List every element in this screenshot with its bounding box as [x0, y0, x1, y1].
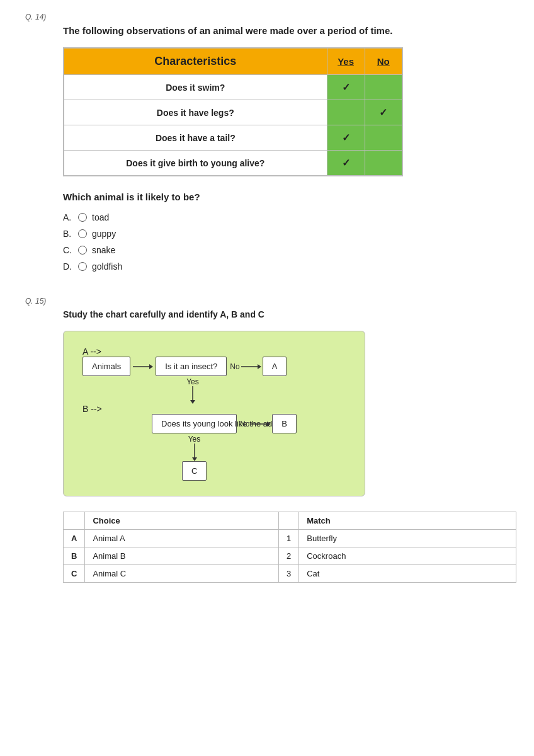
- flow-box-c: C: [182, 461, 207, 481]
- flow-box-young: Does its young look like the adult?: [152, 414, 237, 433]
- flowchart-container: A --> Animals Is it an insect? No A: [63, 331, 365, 496]
- option-label: snake: [92, 245, 115, 255]
- question-15-block: Q. 15) Study the chart carefully and ide…: [25, 297, 509, 583]
- q15-instruction: Study the chart carefully and identify A…: [63, 309, 509, 319]
- char-question-cell: Does it have a tail?: [64, 125, 327, 151]
- option-label: guppy: [92, 229, 116, 239]
- flow-box-a: A: [263, 357, 287, 376]
- yes-label-2: Yes: [188, 435, 201, 444]
- yes-cell: ✓: [327, 125, 365, 151]
- list-item: B.guppy: [63, 229, 509, 239]
- yes-label-1: Yes: [186, 377, 199, 386]
- no-cell: ✓: [365, 100, 402, 125]
- match-value: Cockroach: [299, 547, 516, 565]
- sub-question-text: Which animal is it likely to be?: [63, 192, 509, 202]
- svg-marker-3: [258, 364, 261, 369]
- match-choice: Animal A: [85, 530, 279, 547]
- arrow-right-3: [251, 418, 271, 430]
- option-letter: B.: [63, 229, 78, 239]
- flow-box-b: B: [272, 414, 297, 433]
- col-header-yes: Yes: [327, 48, 365, 75]
- list-item: D.goldfish: [63, 261, 509, 272]
- option-label: toad: [92, 212, 109, 222]
- col-header-no: No: [365, 48, 402, 75]
- flow-box-animals: Animals: [82, 357, 130, 376]
- match-col-empty: [64, 512, 85, 530]
- match-number: 3: [279, 565, 299, 583]
- yes-cell: [327, 100, 365, 125]
- match-col-match: Match: [299, 512, 516, 530]
- match-choice: Animal B: [85, 547, 279, 565]
- table-row: BAnimal B2Cockroach: [64, 547, 516, 565]
- list-item: C.snake: [63, 245, 509, 255]
- no-cell: [365, 151, 402, 176]
- list-item: A.toad: [63, 212, 509, 222]
- match-col-num-empty: [279, 512, 299, 530]
- q14-label: Q. 14): [25, 13, 509, 21]
- svg-marker-1: [149, 364, 153, 369]
- char-question-cell: Does it have legs?: [64, 100, 327, 125]
- match-col-choice: Choice: [85, 512, 279, 530]
- table-row: Does it have legs?✓: [64, 100, 402, 125]
- table-row: CAnimal C3Cat: [64, 565, 516, 583]
- match-value: Cat: [299, 565, 516, 583]
- match-row-letter: B: [64, 547, 85, 565]
- arrow-down-2: [189, 444, 200, 461]
- svg-marker-7: [267, 421, 271, 427]
- characteristics-table: Characteristics Yes No Does it swim?✓Doe…: [63, 47, 403, 176]
- q15-label: Q. 15): [25, 297, 509, 306]
- radio-icon[interactable]: [78, 246, 87, 255]
- options-list: A.toadB.guppyC.snakeD.goldfish: [63, 212, 509, 272]
- no-cell: [365, 125, 402, 151]
- arrow-right-1: [133, 361, 153, 372]
- no-label-2: No: [240, 420, 249, 428]
- table-row: Does it give birth to young alive?✓: [64, 151, 402, 176]
- radio-icon[interactable]: [78, 229, 87, 238]
- svg-marker-5: [190, 400, 195, 404]
- table-row: AAnimal A1Butterfly: [64, 530, 516, 547]
- no-label-1: No: [230, 362, 239, 371]
- match-value: Butterfly: [299, 530, 516, 547]
- table-row: Does it have a tail?✓: [64, 125, 402, 151]
- match-row-letter: A: [64, 530, 85, 547]
- question-14-block: Q. 14) The following observations of an …: [25, 13, 509, 272]
- table-row: Does it swim?✓: [64, 75, 402, 100]
- match-number: 2: [279, 547, 299, 565]
- arrow-right-2: [241, 361, 261, 372]
- yes-cell: ✓: [327, 151, 365, 176]
- match-row-letter: C: [64, 565, 85, 583]
- match-number: 1: [279, 530, 299, 547]
- arrow-down-1: [187, 386, 198, 404]
- flow-box-insect: Is it an insect?: [156, 357, 227, 376]
- option-letter: D.: [63, 261, 78, 272]
- q14-question-text: The following observations of an animal …: [63, 25, 509, 36]
- match-choice: Animal C: [85, 565, 279, 583]
- option-label: goldfish: [92, 261, 122, 272]
- yes-cell: ✓: [327, 75, 365, 100]
- option-letter: A.: [63, 212, 78, 222]
- option-letter: C.: [63, 245, 78, 255]
- radio-icon[interactable]: [78, 262, 87, 271]
- col-header-characteristics: Characteristics: [64, 48, 327, 75]
- char-question-cell: Does it swim?: [64, 75, 327, 100]
- no-cell: [365, 75, 402, 100]
- radio-icon[interactable]: [78, 213, 87, 222]
- char-question-cell: Does it give birth to young alive?: [64, 151, 327, 176]
- match-table: Choice Match AAnimal A1ButterflyBAnimal …: [63, 512, 516, 583]
